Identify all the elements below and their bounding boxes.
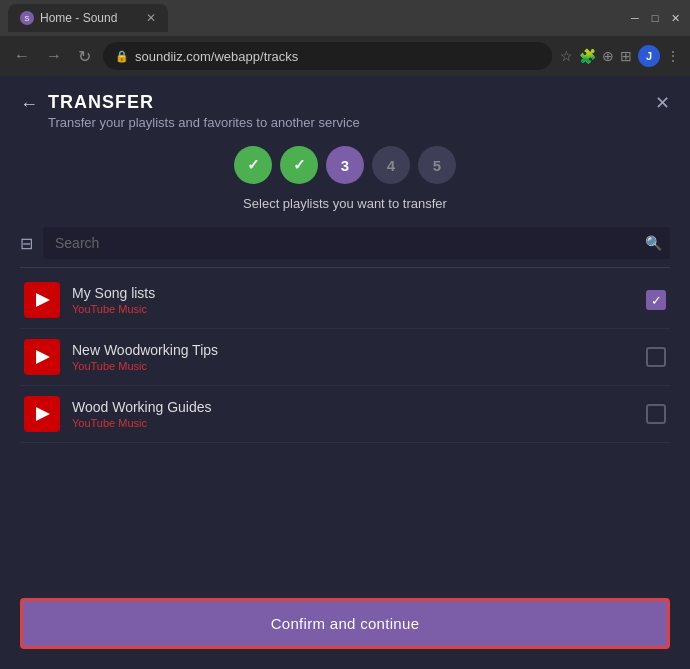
refresh-btn[interactable]: ↻ bbox=[74, 45, 95, 68]
title-bar: S Home - Sound ✕ ─ □ ✕ bbox=[0, 0, 690, 36]
playlist-name: Wood Working Guides bbox=[72, 399, 634, 415]
playlist-thumbnail bbox=[24, 282, 60, 318]
confirm-button-wrapper: Confirm and continue bbox=[20, 598, 670, 649]
profile-avatar[interactable]: J bbox=[638, 45, 660, 67]
playlist-item: Wood Working Guides YouTube Music bbox=[20, 386, 670, 443]
close-window-btn[interactable]: ✕ bbox=[668, 11, 682, 25]
header-text: TRANSFER Transfer your playlists and fav… bbox=[48, 92, 360, 130]
playlist-info: Wood Working Guides YouTube Music bbox=[72, 399, 634, 429]
filter-icon[interactable]: ⊟ bbox=[20, 234, 33, 253]
browser-chrome: S Home - Sound ✕ ─ □ ✕ ← → ↻ 🔒 soundiiz.… bbox=[0, 0, 690, 76]
browser-menu-icon[interactable]: ⋮ bbox=[666, 48, 680, 64]
playlist-list: My Song lists YouTube Music ✓ New Woodwo… bbox=[20, 272, 670, 443]
search-container: 🔍 bbox=[43, 227, 670, 259]
step-5: 5 bbox=[418, 146, 456, 184]
cast-icon[interactable]: ⊞ bbox=[620, 48, 632, 64]
tab-close-btn[interactable]: ✕ bbox=[146, 11, 156, 25]
playlist-source: YouTube Music bbox=[72, 417, 634, 429]
page-content: ← TRANSFER Transfer your playlists and f… bbox=[0, 76, 690, 669]
step-1: ✓ bbox=[234, 146, 272, 184]
back-button[interactable]: ← bbox=[20, 94, 38, 115]
playlist-checkbox-2[interactable] bbox=[646, 347, 666, 367]
address-bar[interactable]: 🔒 soundiiz.com/webapp/tracks bbox=[103, 42, 552, 70]
play-icon bbox=[36, 293, 50, 307]
forward-nav-btn[interactable]: → bbox=[42, 45, 66, 67]
transfer-header: ← TRANSFER Transfer your playlists and f… bbox=[20, 92, 670, 130]
minimize-btn[interactable]: ─ bbox=[628, 11, 642, 25]
search-icon[interactable]: 🔍 bbox=[645, 235, 662, 251]
close-dialog-btn[interactable]: ✕ bbox=[655, 92, 670, 114]
playlist-item: New Woodworking Tips YouTube Music bbox=[20, 329, 670, 386]
address-bar-row: ← → ↻ 🔒 soundiiz.com/webapp/tracks ☆ 🧩 ⊕… bbox=[0, 36, 690, 76]
transfer-subtitle: Transfer your playlists and favorites to… bbox=[48, 115, 360, 130]
playlist-name: New Woodworking Tips bbox=[72, 342, 634, 358]
playlist-info: New Woodworking Tips YouTube Music bbox=[72, 342, 634, 372]
play-icon bbox=[36, 407, 50, 421]
playlist-thumbnail bbox=[24, 339, 60, 375]
playlist-name: My Song lists bbox=[72, 285, 634, 301]
playlist-thumbnail bbox=[24, 396, 60, 432]
tab-title: Home - Sound bbox=[40, 11, 117, 25]
extensions-menu-icon[interactable]: ⊕ bbox=[602, 48, 614, 64]
maximize-btn[interactable]: □ bbox=[648, 11, 662, 25]
playlist-info: My Song lists YouTube Music bbox=[72, 285, 634, 315]
playlist-checkbox-3[interactable] bbox=[646, 404, 666, 424]
window-controls: ─ □ ✕ bbox=[628, 11, 682, 25]
play-icon bbox=[36, 350, 50, 364]
step-2: ✓ bbox=[280, 146, 318, 184]
transfer-title: TRANSFER bbox=[48, 92, 360, 113]
playlist-checkbox-1[interactable]: ✓ bbox=[646, 290, 666, 310]
divider bbox=[20, 267, 670, 268]
browser-tab[interactable]: S Home - Sound ✕ bbox=[8, 4, 168, 32]
playlist-source: YouTube Music bbox=[72, 360, 634, 372]
step-3: 3 bbox=[326, 146, 364, 184]
address-text: soundiiz.com/webapp/tracks bbox=[135, 49, 540, 64]
bookmark-icon[interactable]: ☆ bbox=[560, 48, 573, 64]
playlist-source: YouTube Music bbox=[72, 303, 634, 315]
search-input[interactable] bbox=[43, 227, 670, 259]
back-nav-btn[interactable]: ← bbox=[10, 45, 34, 67]
tab-favicon: S bbox=[20, 11, 34, 25]
steps-label: Select playlists you want to transfer bbox=[20, 196, 670, 211]
extension-icon[interactable]: 🧩 bbox=[579, 48, 596, 64]
confirm-continue-button[interactable]: Confirm and continue bbox=[20, 598, 670, 649]
search-row: ⊟ 🔍 bbox=[20, 227, 670, 259]
lock-icon: 🔒 bbox=[115, 50, 129, 63]
steps-container: ✓ ✓ 3 4 5 bbox=[20, 146, 670, 184]
address-bar-actions: ☆ 🧩 ⊕ ⊞ J ⋮ bbox=[560, 45, 680, 67]
playlist-item: My Song lists YouTube Music ✓ bbox=[20, 272, 670, 329]
step-4: 4 bbox=[372, 146, 410, 184]
